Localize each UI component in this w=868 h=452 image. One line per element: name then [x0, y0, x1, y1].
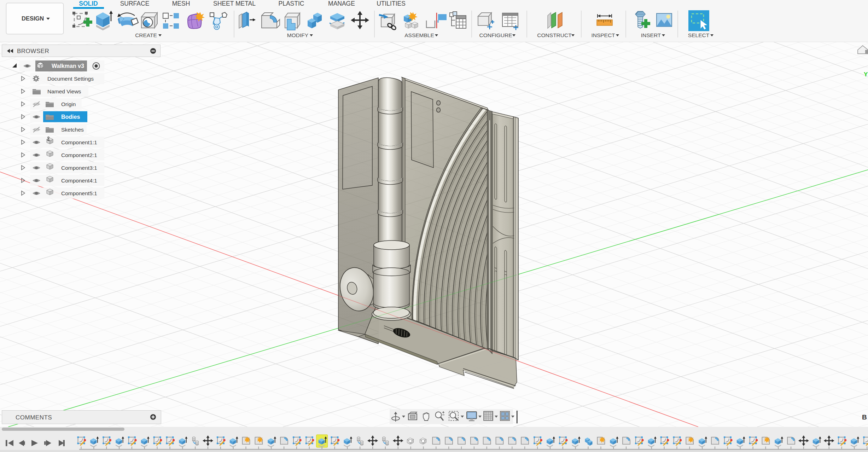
svg-text:Component2:1: Component2:1: [61, 152, 97, 158]
svg-text:UTILITIES: UTILITIES: [377, 0, 406, 7]
svg-text:CONFIGURE: CONFIGURE: [479, 32, 512, 38]
svg-text:MANAGE: MANAGE: [328, 0, 355, 7]
svg-text:Document Settings: Document Settings: [47, 76, 94, 82]
svg-text:Walkman v3: Walkman v3: [52, 63, 84, 69]
svg-text:Component5:1: Component5:1: [61, 190, 97, 196]
svg-text:SOLID: SOLID: [79, 0, 98, 7]
svg-text:ASSEMBLE: ASSEMBLE: [404, 32, 434, 38]
svg-text:Sketches: Sketches: [61, 127, 84, 133]
svg-text:MODIFY: MODIFY: [287, 32, 308, 38]
svg-text:Component4:1: Component4:1: [61, 178, 97, 184]
svg-text:Origin: Origin: [61, 101, 76, 107]
svg-text:Bodies: Bodies: [61, 114, 80, 120]
svg-text:DESIGN: DESIGN: [22, 15, 44, 22]
svg-text:COMMENTS: COMMENTS: [16, 414, 52, 421]
svg-text:MESH: MESH: [172, 0, 190, 7]
svg-text:SURFACE: SURFACE: [120, 0, 150, 7]
svg-text:BROWSER: BROWSER: [17, 48, 49, 54]
svg-text:B: B: [862, 413, 867, 421]
svg-text:INSERT: INSERT: [641, 32, 661, 38]
svg-text:INSPECT: INSPECT: [591, 32, 615, 38]
svg-text:Component1:1: Component1:1: [61, 139, 97, 145]
svg-text:CONSTRUCT: CONSTRUCT: [537, 32, 572, 38]
svg-text:PLASTIC: PLASTIC: [279, 0, 304, 7]
svg-text:SHEET METAL: SHEET METAL: [213, 0, 256, 7]
svg-text:CREATE: CREATE: [135, 32, 157, 38]
svg-text:Component3:1: Component3:1: [61, 165, 97, 171]
svg-text:Named Views: Named Views: [47, 88, 81, 94]
svg-text:SELECT: SELECT: [688, 32, 710, 38]
svg-text:Y: Y: [864, 71, 868, 78]
